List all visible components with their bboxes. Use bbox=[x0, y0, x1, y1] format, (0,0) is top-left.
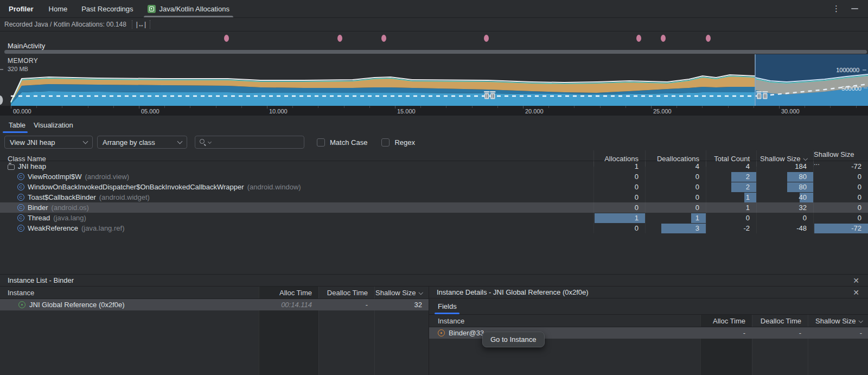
value-cell: 4 bbox=[706, 161, 756, 171]
tab-table[interactable]: Table bbox=[9, 116, 25, 134]
tab-java-kotlin-allocations[interactable]: Java/Kotlin Allocations bbox=[148, 0, 229, 17]
gc-event-icon bbox=[490, 93, 495, 99]
column-header-shallow-size[interactable]: Shallow Size bbox=[374, 289, 429, 297]
match-case-option[interactable]: Match Case bbox=[317, 138, 367, 147]
table-row-thread[interactable]: CThread(java.lang)11000 bbox=[0, 213, 868, 223]
gc-event-icon bbox=[765, 94, 766, 98]
value-cell: 0 bbox=[593, 182, 645, 192]
class-name-cell: CThread(java.lang) bbox=[0, 213, 593, 223]
class-name: Thread bbox=[28, 214, 50, 222]
column-header-alloc-time[interactable]: Alloc Time bbox=[700, 317, 752, 325]
kebab-menu-icon[interactable]: ⋮ bbox=[832, 4, 840, 14]
class-name: ViewRootImpl$W bbox=[28, 173, 81, 181]
tab-visualization[interactable]: Visualization bbox=[34, 116, 73, 134]
search-input[interactable] bbox=[213, 138, 300, 147]
titlebar-icons: ⋮ bbox=[832, 4, 868, 14]
tab-fields[interactable]: Fields bbox=[438, 302, 457, 310]
arrange-select[interactable]: Arrange by class bbox=[97, 136, 187, 149]
jni-ref-icon bbox=[18, 301, 25, 308]
value-text: 0 bbox=[635, 224, 645, 232]
event-dot[interactable] bbox=[224, 35, 229, 42]
value-cell: -48 bbox=[756, 223, 813, 233]
close-icon[interactable]: ✕ bbox=[845, 289, 859, 296]
value-text: 2 bbox=[746, 183, 756, 191]
table-row-toast-callbackbinder[interactable]: CToast$CallbackBinder(android.widget)001… bbox=[0, 192, 868, 202]
active-tab-underline bbox=[435, 313, 459, 314]
match-case-checkbox[interactable] bbox=[317, 138, 325, 147]
event-dot[interactable] bbox=[706, 35, 711, 42]
instance-list-title: Instance List - Binder bbox=[0, 276, 74, 284]
shallow-size-cell: 32 bbox=[374, 301, 429, 309]
table-row-viewrootimpl-w[interactable]: CViewRootImpl$W(android.view)002800 bbox=[0, 171, 868, 182]
class-name-cell: CBinder(android.os) bbox=[0, 202, 593, 213]
table-row-weakreference[interactable]: CWeakReference(java.lang.ref)03-2-48-72 bbox=[0, 223, 868, 233]
event-dot[interactable] bbox=[636, 35, 641, 42]
view-tabs: Table Visualization bbox=[0, 116, 868, 134]
axis-tick bbox=[651, 106, 652, 109]
gc-event-icon bbox=[756, 91, 762, 93]
column-header-dealloc-time[interactable]: Dealloc Time bbox=[318, 289, 374, 297]
go-to-instance-menu-item[interactable]: Go to Instance bbox=[482, 332, 545, 347]
shallow-size-cell: - bbox=[808, 329, 868, 337]
value-cell: -72 bbox=[813, 161, 868, 171]
axis-tick bbox=[728, 106, 729, 108]
package-name: (android.os) bbox=[52, 204, 89, 212]
heap-select[interactable]: View JNI heap bbox=[4, 136, 93, 149]
table-row-binder[interactable]: CBinder(android.os)001320 bbox=[0, 202, 868, 213]
instance-details-header: Instance Alloc Time Dealloc Time Shallow… bbox=[429, 315, 868, 327]
axis-tick bbox=[523, 106, 524, 109]
activity-lifecycle-bar[interactable] bbox=[4, 50, 867, 54]
axis-tick bbox=[754, 106, 754, 108]
column-header-shallow-size[interactable]: Shallow Size bbox=[808, 317, 868, 325]
sort-chevron-icon bbox=[803, 156, 807, 161]
class-table: Class Name Allocations Deallocations Tot… bbox=[0, 150, 868, 274]
alloc-time-cell: 00:14.114 bbox=[259, 301, 318, 309]
event-dot[interactable] bbox=[484, 35, 489, 42]
column-header-dealloc-time[interactable]: Dealloc Time bbox=[752, 317, 808, 325]
table-toolbar: View JNI heap Arrange by class Match Cas… bbox=[0, 134, 868, 150]
instance-list-panel: Instance Alloc Time Dealloc Time Shallow… bbox=[0, 287, 429, 375]
class-icon: C bbox=[17, 173, 24, 180]
table-row-jni-heap[interactable]: JNI heap144184-72 bbox=[0, 161, 868, 171]
class-icon: C bbox=[17, 183, 24, 190]
class-table-body: JNI heap144184-72CViewRootImpl$W(android… bbox=[0, 161, 868, 274]
value-cell: -2 bbox=[706, 223, 756, 233]
value-cell: 0 bbox=[645, 182, 706, 192]
column-header-alloc-time[interactable]: Alloc Time bbox=[259, 289, 318, 297]
event-dot[interactable] bbox=[381, 35, 386, 42]
axis-tick bbox=[395, 106, 395, 109]
column-header-instance[interactable]: Instance bbox=[0, 289, 259, 297]
bottom-panels: Instance Alloc Time Dealloc Time Shallow… bbox=[0, 287, 868, 375]
axis-tick bbox=[164, 106, 165, 108]
search-history-chevron-icon[interactable] bbox=[208, 139, 212, 143]
value-cell: 2 bbox=[706, 171, 756, 182]
regex-checkbox[interactable] bbox=[381, 138, 390, 147]
axis-tick bbox=[241, 106, 242, 108]
chevron-down-icon bbox=[177, 139, 183, 144]
tab-past-recordings[interactable]: Past Recordings bbox=[81, 0, 133, 17]
value-text: 40 bbox=[799, 193, 813, 201]
minimize-icon[interactable] bbox=[851, 8, 858, 9]
event-dot[interactable] bbox=[661, 35, 666, 42]
event-dot[interactable] bbox=[337, 35, 342, 42]
regex-option[interactable]: Regex bbox=[381, 138, 415, 147]
value-cell: 0 bbox=[645, 202, 706, 213]
expand-range-icon[interactable]: |↔| bbox=[132, 20, 150, 29]
value-text: 0 bbox=[635, 183, 645, 191]
column-header-instance[interactable]: Instance bbox=[429, 317, 700, 325]
search-box[interactable] bbox=[195, 136, 304, 149]
axis-tick bbox=[62, 106, 62, 108]
gc-event-icon bbox=[764, 94, 764, 98]
instance-row[interactable]: JNI Global Reference (0x2f0e)00:14.114-3… bbox=[0, 299, 429, 310]
timeline-monitor: MainActivity MEMORY 320 MB 1000000500000… bbox=[0, 31, 868, 116]
table-row-windowonbackinvokeddispatcher-onbackinvokedcallbackwrapper[interactable]: CWindowOnBackInvokedDispatcher$OnBackInv… bbox=[0, 182, 868, 192]
axis-tick bbox=[830, 106, 831, 108]
app-title: Profiler bbox=[9, 5, 34, 13]
alloc-time-cell: - bbox=[700, 329, 752, 337]
chart-left-handle bbox=[0, 96, 3, 105]
tab-home[interactable]: Home bbox=[49, 0, 68, 17]
close-icon[interactable]: ✕ bbox=[853, 277, 859, 284]
memory-area-chart[interactable]: 1000000500000 bbox=[0, 54, 868, 106]
value-text: 0 bbox=[695, 183, 706, 191]
value-text: -2 bbox=[743, 224, 756, 232]
